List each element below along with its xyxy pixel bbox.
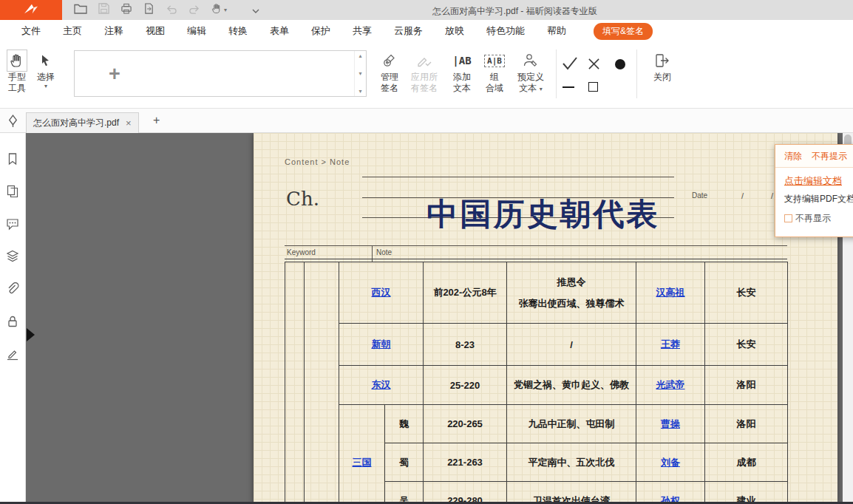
- chevron-down-icon: ▾: [33, 83, 59, 90]
- founder-link[interactable]: 光武帝: [656, 379, 685, 390]
- dot-stamp-button[interactable]: [615, 59, 625, 69]
- predefined-text-button[interactable]: 预定义 文本 ▾: [511, 50, 551, 94]
- menu-present[interactable]: 放映: [434, 24, 475, 38]
- edit-document-link[interactable]: 点击编辑文档: [784, 174, 853, 188]
- menu-cloud[interactable]: 云服务: [383, 24, 434, 38]
- layers-panel-button[interactable]: [6, 250, 19, 263]
- close-fill-sign-button[interactable]: 关闭: [646, 50, 679, 83]
- pages-panel-button[interactable]: [6, 185, 19, 198]
- print-button[interactable]: [120, 3, 132, 17]
- page-breadcrumb: Content > Note: [285, 157, 350, 166]
- gallery-scroll-down-button[interactable]: ▾: [358, 70, 361, 77]
- dont-show-checkbox[interactable]: [784, 214, 792, 222]
- floppy-save-icon: [98, 3, 109, 17]
- years-cell: 前202-公元8年: [424, 262, 507, 324]
- comments-panel-button[interactable]: [6, 217, 19, 231]
- bookmarks-panel-button[interactable]: [6, 152, 19, 166]
- fill-sign-tab-badge[interactable]: 填写&签名: [594, 23, 653, 40]
- signatures-panel-button[interactable]: [6, 347, 19, 361]
- signature-gallery: + ▴ ▾ ▾: [74, 50, 367, 97]
- manage-signature-button[interactable]: 管理 签名: [374, 50, 405, 94]
- table-top-rule: [285, 259, 787, 259]
- add-text-button[interactable]: |AB 添加 文本: [446, 50, 478, 94]
- new-tab-button[interactable]: +: [153, 114, 160, 127]
- text-cursor-ab-icon: |AB: [446, 50, 478, 72]
- ruled-line: [362, 177, 674, 177]
- check-stamp-button[interactable]: [562, 56, 578, 73]
- founder-link[interactable]: 刘备: [661, 457, 680, 468]
- menu-view[interactable]: 视图: [135, 24, 176, 38]
- apply-all-signatures-button[interactable]: 应用所 有签名: [407, 50, 441, 94]
- events-cell: 卫温首次出使台湾: [507, 482, 636, 504]
- menu-help[interactable]: 帮助: [536, 24, 577, 38]
- table-cell: 三国: [339, 405, 385, 504]
- menu-comment[interactable]: 注释: [93, 24, 135, 38]
- redo-button[interactable]: [188, 4, 200, 17]
- gallery-scroll-up-button[interactable]: ▴: [358, 52, 361, 59]
- menu-convert[interactable]: 转换: [217, 24, 259, 38]
- dynasty-link[interactable]: 新朝: [372, 338, 391, 350]
- date-slash: /: [741, 191, 744, 200]
- person-pen-icon: [511, 50, 551, 72]
- dynasty-link[interactable]: 东汉: [372, 379, 391, 390]
- dash-stamp-button[interactable]: [563, 86, 574, 88]
- dynasty-group-link[interactable]: 三国: [353, 457, 372, 468]
- table-cell: 汉高祖: [636, 262, 705, 324]
- security-panel-button[interactable]: [6, 315, 19, 328]
- document-tab-label: 怎么面对高中学习.pdf: [33, 117, 119, 129]
- note-label: Note: [376, 248, 392, 256]
- foxit-reader-window: ▾ 怎么面对高中学习.pdf - 福昕阅读器专业版 文件 主页 注释 视图 编辑…: [0, 0, 853, 504]
- chevron-down-icon: ▾: [224, 7, 227, 13]
- main-area: Content > Note Ch. 中国历史朝代表 Date / / Keyw…: [0, 133, 853, 504]
- redo-arrow-icon: [188, 4, 200, 17]
- clear-button[interactable]: 清除: [784, 150, 802, 163]
- founder-link[interactable]: 曹操: [661, 418, 680, 429]
- titlebar: ▾ 怎么面对高中学习.pdf - 福昕阅读器专业版: [0, 0, 853, 20]
- cross-stamp-button[interactable]: [588, 58, 600, 73]
- document-view[interactable]: Content > Note Ch. 中国历史朝代表 Date / / Keyw…: [26, 133, 843, 504]
- folder-open-icon: [74, 3, 87, 17]
- undo-button[interactable]: [166, 4, 177, 17]
- menu-home[interactable]: 主页: [52, 24, 93, 38]
- menu-share[interactable]: 共享: [341, 24, 383, 38]
- table-cell: 王莽: [636, 324, 705, 366]
- tab-close-icon[interactable]: ×: [126, 118, 132, 129]
- edit-hint-popup: 清除 不再提示 点击编辑文档 支持编辑PDF文档 不再显示: [775, 144, 853, 237]
- menu-features[interactable]: 特色功能: [475, 24, 536, 38]
- customize-toolbar-button[interactable]: [251, 4, 260, 17]
- dynasty-table: 西汉 前202-公元8年 推恩令张骞出使西域、独尊儒术 汉高祖 长安 新朝 8-…: [285, 262, 788, 504]
- foxit-logo-icon: [22, 2, 40, 18]
- panel-expand-handle[interactable]: [27, 328, 35, 341]
- hand-quick-tool-button[interactable]: ▾: [211, 3, 227, 17]
- open-file-button[interactable]: [74, 3, 87, 17]
- app-logo-button[interactable]: [0, 0, 62, 20]
- menu-protect[interactable]: 保护: [300, 24, 341, 38]
- export-button[interactable]: [143, 3, 154, 17]
- gallery-expand-button[interactable]: ▾: [358, 88, 361, 95]
- menu-edit[interactable]: 编辑: [176, 24, 217, 38]
- dynasty-link[interactable]: 西汉: [372, 287, 391, 298]
- menu-file[interactable]: 文件: [10, 24, 52, 38]
- founder-link[interactable]: 汉高祖: [656, 287, 685, 298]
- hand-icon: [7, 50, 27, 72]
- hand-tool-button[interactable]: 手型 工具: [4, 50, 30, 94]
- attachments-panel-button[interactable]: [6, 282, 19, 296]
- founder-link[interactable]: 王莽: [661, 338, 680, 350]
- table-cell: 孙权: [636, 482, 705, 504]
- select-tool-button[interactable]: 选择 ▾: [33, 50, 59, 90]
- sub-dynasty-cell: 魏: [385, 405, 424, 443]
- add-signature-button[interactable]: +: [109, 62, 120, 85]
- square-stamp-button[interactable]: [588, 82, 598, 92]
- chapter-label: Ch.: [286, 188, 319, 210]
- menu-form[interactable]: 表单: [259, 24, 300, 38]
- sub-dynasty-cell: 蜀: [385, 443, 424, 482]
- table-margin-cell: [285, 262, 305, 504]
- signature-pen-icon: [6, 347, 19, 361]
- document-tab[interactable]: 怎么面对高中学习.pdf ×: [26, 112, 139, 133]
- save-button[interactable]: [98, 3, 109, 17]
- events-cell: /: [507, 324, 636, 366]
- combine-field-button[interactable]: A|B 组 合域: [480, 50, 509, 94]
- annotation-tool-button[interactable]: [6, 114, 20, 131]
- table-cell: 东汉: [339, 366, 424, 405]
- dont-prompt-button[interactable]: 不再提示: [812, 150, 847, 163]
